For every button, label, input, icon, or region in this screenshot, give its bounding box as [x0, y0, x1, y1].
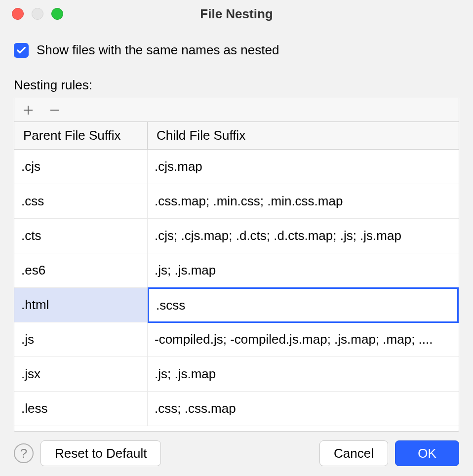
cancel-button[interactable]: Cancel: [319, 440, 388, 466]
maximize-window-button[interactable]: [51, 8, 63, 20]
titlebar: File Nesting: [0, 0, 473, 28]
child-suffix-text: .js; .js.map: [155, 263, 459, 278]
table-row[interactable]: .css.css.map; .min.css; .min.css.map: [14, 184, 459, 219]
parent-suffix-cell[interactable]: .cjs: [14, 150, 148, 184]
table-row[interactable]: .cjs.cjs.map: [14, 150, 459, 184]
reset-to-default-button[interactable]: Reset to Default: [40, 440, 161, 466]
plus-icon: [23, 105, 34, 116]
child-suffix-text: .css; .css.map: [155, 401, 459, 416]
dialog-window: File Nesting Show files with the same na…: [0, 0, 473, 476]
traffic-lights: [0, 8, 63, 20]
add-rule-button[interactable]: [20, 102, 36, 118]
dialog-footer: ? Reset to Default Cancel OK: [0, 436, 473, 476]
minus-icon: [49, 105, 60, 116]
rules-label: Nesting rules:: [14, 78, 459, 93]
child-suffix-text: .cjs.map: [155, 159, 459, 174]
checkbox-label: Show files with the same names as nested: [37, 42, 279, 58]
child-suffix-cell[interactable]: -compiled.js; -compiled.js.map; .js.map;…: [148, 322, 459, 357]
child-suffix-cell[interactable]: .cjs; .cjs.map; .d.cts; .d.cts.map; .js;…: [148, 219, 459, 253]
show-nested-checkbox[interactable]: [14, 43, 29, 58]
child-suffix-cell-editing[interactable]: .scss: [148, 287, 459, 323]
content-area: Show files with the same names as nested…: [0, 28, 473, 436]
parent-suffix-cell[interactable]: .es6: [14, 253, 148, 287]
parent-suffix-cell[interactable]: .jsx: [14, 357, 148, 391]
column-header-child[interactable]: Child File Suffix: [148, 122, 459, 149]
table-body: .cjs.cjs.map.css.css.map; .min.css; .min…: [14, 150, 459, 431]
child-suffix-cell[interactable]: .js; .js.map: [148, 253, 459, 287]
table-row[interactable]: .jsx.js; .js.map: [14, 357, 459, 392]
close-window-button[interactable]: [12, 8, 24, 20]
parent-suffix-cell[interactable]: .css: [14, 184, 148, 218]
child-suffix-text: -compiled.js; -compiled.js.map; .js.map;…: [155, 332, 459, 347]
table-row[interactable]: .js-compiled.js; -compiled.js.map; .js.m…: [14, 322, 459, 357]
window-title: File Nesting: [200, 6, 273, 22]
child-suffix-text: .css.map; .min.css; .min.css.map: [155, 194, 459, 209]
child-suffix-text: .js; .js.map: [155, 366, 459, 382]
table-row[interactable]: .html.scss: [14, 288, 459, 322]
table-row[interactable]: .less.css; .css.map: [14, 392, 459, 426]
checkbox-row: Show files with the same names as nested: [14, 42, 459, 58]
parent-suffix-cell[interactable]: .cts: [14, 219, 148, 253]
rules-table: Parent File Suffix Child File Suffix .cj…: [14, 98, 459, 432]
child-suffix-cell[interactable]: .css; .css.map: [148, 392, 459, 426]
table-row[interactable]: .es6.js; .js.map: [14, 253, 459, 288]
child-suffix-text: .scss: [156, 298, 457, 313]
table-row[interactable]: .cts.cjs; .cjs.map; .d.cts; .d.cts.map; …: [14, 219, 459, 253]
remove-rule-button[interactable]: [47, 102, 63, 118]
checkmark-icon: [16, 45, 27, 56]
table-header: Parent File Suffix Child File Suffix: [14, 122, 459, 150]
child-suffix-cell[interactable]: .js; .js.map: [148, 357, 459, 391]
child-suffix-cell[interactable]: .cjs.map: [148, 150, 459, 184]
help-button[interactable]: ?: [14, 443, 34, 463]
parent-suffix-cell[interactable]: .js: [14, 322, 148, 357]
ok-button[interactable]: OK: [395, 440, 459, 466]
column-header-parent[interactable]: Parent File Suffix: [14, 122, 148, 149]
minimize-window-button[interactable]: [32, 8, 43, 20]
child-suffix-cell[interactable]: .css.map; .min.css; .min.css.map: [148, 184, 459, 218]
table-toolbar: [14, 98, 459, 122]
parent-suffix-cell[interactable]: .less: [14, 392, 148, 426]
child-suffix-text: .cjs; .cjs.map; .d.cts; .d.cts.map; .js;…: [155, 228, 459, 243]
parent-suffix-cell[interactable]: .html: [14, 288, 148, 322]
